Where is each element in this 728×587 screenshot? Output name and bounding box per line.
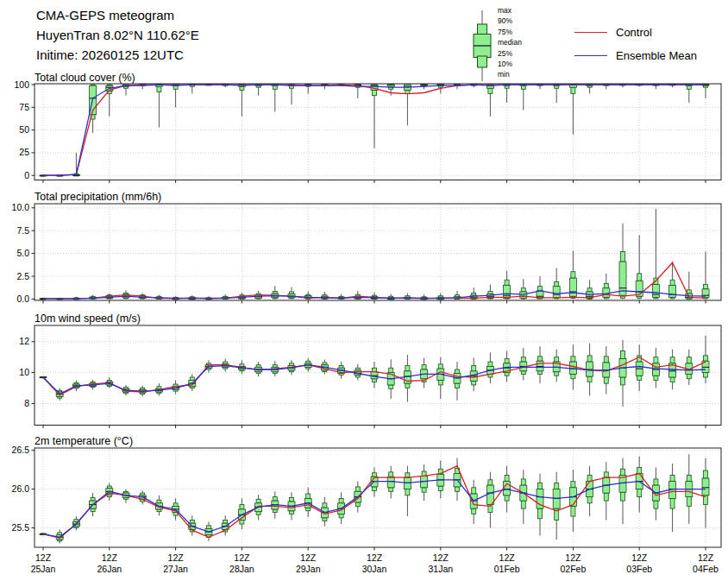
boxplot-legend-labels: max 90% 75% median 25% 10% min xyxy=(498,5,522,80)
svg-text:26.5: 26.5 xyxy=(12,445,30,455)
svg-text:27Jan: 27Jan xyxy=(163,564,188,574)
svg-text:8: 8 xyxy=(24,398,29,408)
station-location: HuyenTran 8.02°N 110.62°E xyxy=(36,25,199,45)
legend-label-90: 90% xyxy=(498,16,522,26)
legend-label-75: 75% xyxy=(498,27,522,37)
meteogram-chart-canvas: 02550751000.02.55.07.510.08101225.526.02… xyxy=(0,0,728,587)
legend-label-min: min xyxy=(498,69,522,79)
svg-text:12Z: 12Z xyxy=(102,552,118,563)
svg-text:12Z: 12Z xyxy=(35,552,52,563)
legend-label-max: max xyxy=(498,5,522,16)
boxplot-legend-glyph xyxy=(471,7,495,85)
svg-text:02Feb: 02Feb xyxy=(561,564,587,574)
svg-text:7.5: 7.5 xyxy=(16,225,29,236)
control-label: Control xyxy=(616,26,652,39)
svg-text:75: 75 xyxy=(19,102,29,112)
legend-label-25: 25% xyxy=(498,48,522,59)
svg-text:12Z: 12Z xyxy=(698,552,714,563)
panel-title-precip: Total precipitation (mm/6h) xyxy=(35,191,161,203)
panel-wind: 81012 xyxy=(19,325,721,428)
line-legend: Control Ensemble Mean xyxy=(574,21,697,67)
svg-text:01Feb: 01Feb xyxy=(494,564,520,574)
svg-text:100: 100 xyxy=(14,79,29,90)
svg-text:12Z: 12Z xyxy=(168,552,185,563)
svg-text:10: 10 xyxy=(19,367,29,377)
svg-text:04Feb: 04Feb xyxy=(693,564,719,574)
svg-text:10.0: 10.0 xyxy=(12,202,30,212)
svg-text:12Z: 12Z xyxy=(631,552,648,563)
svg-text:12Z: 12Z xyxy=(433,552,449,563)
svg-text:12Z: 12Z xyxy=(234,552,250,563)
svg-text:5.0: 5.0 xyxy=(16,248,29,258)
panel-precip: 0.02.55.07.510.0 xyxy=(12,202,721,304)
legend-label-median: median xyxy=(498,37,522,47)
svg-text:0.0: 0.0 xyxy=(16,294,29,304)
svg-text:26.0: 26.0 xyxy=(12,483,30,494)
svg-text:12Z: 12Z xyxy=(367,552,383,563)
legend-label-10: 10% xyxy=(498,59,522,69)
meteogram-figure: 02550751000.02.55.07.510.08101225.526.02… xyxy=(0,0,728,587)
ensemble-line-swatch xyxy=(574,55,607,56)
legend-item-control: Control xyxy=(574,21,697,44)
figure-header: CMA-GEPS meteogram HuyenTran 8.02°N 110.… xyxy=(36,5,199,65)
init-time: Initime: 20260125 12UTC xyxy=(36,45,199,65)
ensemble-label: Ensemble Mean xyxy=(616,49,697,62)
legend-item-ensemble: Ensemble Mean xyxy=(574,44,697,67)
svg-text:12: 12 xyxy=(19,336,29,346)
svg-text:29Jan: 29Jan xyxy=(296,564,321,574)
svg-text:28Jan: 28Jan xyxy=(229,564,254,574)
svg-text:12Z: 12Z xyxy=(499,552,516,563)
svg-text:25Jan: 25Jan xyxy=(31,564,56,574)
svg-text:0: 0 xyxy=(24,170,29,180)
svg-text:25.5: 25.5 xyxy=(12,522,30,533)
boxplots-cloud xyxy=(40,85,709,176)
panel-cloud: 0255075100 xyxy=(14,79,721,183)
panel-title-temp: 2m temperature (°C) xyxy=(35,435,133,447)
svg-text:30Jan: 30Jan xyxy=(362,564,387,574)
svg-text:2.5: 2.5 xyxy=(16,271,29,281)
svg-text:25: 25 xyxy=(19,147,29,157)
control-line-swatch xyxy=(574,32,607,33)
figure-title: CMA-GEPS meteogram xyxy=(36,5,199,25)
panel-title-cloud: Total cloud cover (%) xyxy=(35,72,135,84)
panel-temp: 25.526.026.512Z25Jan12Z26Jan12Z27Jan12Z2… xyxy=(12,445,721,574)
svg-text:12Z: 12Z xyxy=(565,552,581,563)
svg-text:26Jan: 26Jan xyxy=(97,564,122,574)
svg-text:12Z: 12Z xyxy=(300,552,317,563)
svg-text:50: 50 xyxy=(19,124,29,135)
svg-text:31Jan: 31Jan xyxy=(428,564,453,574)
panel-title-wind: 10m wind speed (m/s) xyxy=(35,312,141,325)
svg-text:03Feb: 03Feb xyxy=(626,564,652,574)
